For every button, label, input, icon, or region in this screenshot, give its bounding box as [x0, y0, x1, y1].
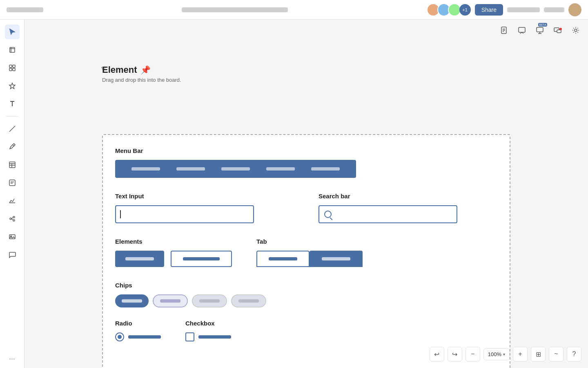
radio-label: Radio [115, 320, 161, 327]
main-canvas: ▽ Element 📌 Drag and drop this into the … [24, 20, 588, 368]
sidebar-item-components[interactable] [5, 61, 20, 75]
sidebar-item-chat[interactable] [5, 247, 20, 262]
zoom-out-button[interactable]: − [466, 347, 480, 361]
chips-section: Chips [115, 282, 497, 307]
share-button[interactable]: Share [475, 4, 503, 16]
panel-title-text: Element [102, 65, 137, 75]
svg-rect-5 [537, 27, 543, 32]
bottom-toolbar: ↩ ↪ − 100% ▾ + ⊞ ~ ? [430, 347, 581, 361]
chips-row [115, 294, 497, 307]
menu-bar-section: Menu Bar [115, 147, 497, 178]
svg-rect-18 [13, 68, 15, 71]
avatar-group: +1 [427, 3, 471, 16]
panel-title: Element 📌 [102, 65, 181, 75]
header-bar-2 [544, 7, 564, 12]
checkbox-item [185, 332, 231, 341]
settings-icon[interactable] [570, 25, 581, 36]
radio-item [115, 332, 161, 341]
fit-view-button[interactable]: ⊞ [531, 347, 546, 361]
sidebar-item-table[interactable] [5, 157, 20, 172]
svg-point-11 [575, 29, 577, 31]
checkbox-section: Checkbox [185, 320, 231, 341]
header-title [7, 7, 43, 12]
redo-button[interactable]: ↪ [448, 347, 462, 361]
radio-section: Radio [115, 320, 161, 341]
menu-bar-item-4 [266, 167, 295, 171]
menu-bar-item-1 [131, 167, 160, 171]
search-icon [324, 211, 332, 218]
svg-point-32 [10, 218, 11, 220]
text-input-label: Text Input [115, 193, 294, 200]
svg-point-34 [13, 220, 15, 221]
element-canvas: Menu Bar Text Input Search bar [102, 134, 510, 368]
tab-item-inactive[interactable] [256, 251, 310, 267]
tab-label: Tab [256, 238, 363, 245]
svg-rect-28 [9, 180, 15, 186]
present-icon[interactable]: BETA [534, 25, 546, 36]
chip-light-inner-2 [238, 299, 259, 303]
sidebar-item-note[interactable] [5, 175, 20, 190]
header-right: +1 Share [427, 3, 581, 16]
elements-tab-row: Elements Tab [115, 238, 497, 267]
undo-button[interactable]: ↩ [430, 347, 444, 361]
sidebar-item-star[interactable] [5, 79, 20, 93]
radio-dot [118, 335, 122, 339]
header-breadcrumb [182, 7, 288, 12]
chip-outline-1[interactable] [153, 294, 188, 307]
text-input-section: Text Input [115, 193, 294, 223]
header-center [182, 7, 288, 12]
panel-subtitle: Drag and drop this into the board. [102, 77, 181, 83]
zoom-value: 100% [488, 351, 501, 357]
sidebar-item-text[interactable] [5, 96, 20, 111]
help-button[interactable]: ? [567, 347, 581, 361]
user-avatar [568, 3, 581, 16]
sidebar-item-chart[interactable] [5, 193, 20, 208]
svg-rect-24 [9, 162, 15, 168]
sidebar-item-pen[interactable] [5, 139, 20, 154]
chip-light-inner-1 [199, 299, 220, 303]
svg-point-10 [559, 28, 562, 30]
radio-button[interactable] [115, 332, 124, 341]
svg-rect-15 [9, 65, 12, 67]
sidebar-item-split[interactable] [5, 211, 20, 226]
document-icon[interactable] [498, 25, 510, 36]
zoom-in-button[interactable]: + [513, 347, 528, 361]
sidebar-item-cursor[interactable] [5, 25, 20, 39]
comment-icon[interactable] [516, 25, 528, 36]
panel-header: Element 📌 Drag and drop this into the bo… [102, 65, 181, 83]
menu-bar-item-5 [311, 167, 340, 171]
svg-marker-19 [9, 83, 15, 89]
avatar-3 [448, 3, 461, 16]
menu-bar-item-2 [176, 167, 205, 171]
search-bar-visual[interactable] [318, 205, 457, 223]
tab-item-active[interactable] [310, 251, 363, 267]
chip-light-1[interactable] [192, 294, 227, 307]
tab-row [256, 251, 363, 267]
sidebar-item-image[interactable] [5, 229, 20, 244]
chip-light-2[interactable] [231, 294, 266, 307]
sidebar-more[interactable]: ··· [9, 355, 15, 363]
svg-rect-4 [519, 27, 525, 32]
element-outline-inner [183, 257, 220, 260]
sidebar-item-line[interactable] [5, 121, 20, 136]
chip-outline-inner-1 [160, 299, 180, 303]
zoom-level[interactable]: 100% ▾ [483, 348, 510, 360]
svg-rect-16 [13, 65, 15, 67]
sidebar-item-frame[interactable] [5, 43, 20, 57]
menu-bar-item-3 [221, 167, 250, 171]
menu-bar-label: Menu Bar [115, 147, 497, 154]
svg-rect-17 [9, 68, 12, 71]
search-bar-section: Search bar [318, 193, 497, 223]
chip-filled-1[interactable] [115, 294, 149, 307]
text-input-visual[interactable] [115, 205, 254, 223]
beta-badge: BETA [538, 23, 547, 27]
search-bar-label: Search bar [318, 193, 497, 200]
element-primary-button[interactable] [115, 251, 164, 267]
svg-line-22 [9, 126, 15, 132]
activity-button[interactable]: ~ [549, 347, 564, 361]
checkbox-button[interactable] [185, 332, 194, 341]
input-row: Text Input Search bar [115, 193, 497, 223]
element-outline-button[interactable] [171, 251, 232, 267]
toolbar-icons: BETA [498, 25, 581, 36]
multiscreen-icon[interactable] [552, 25, 564, 36]
